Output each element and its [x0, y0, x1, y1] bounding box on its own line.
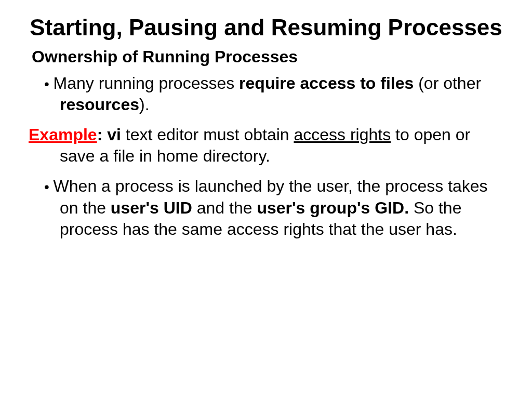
text-segment: and the	[192, 198, 257, 217]
text-segment: text editor must obtain	[121, 125, 294, 144]
text-bold: : vi	[97, 125, 121, 144]
text-segment: ).	[139, 95, 150, 114]
bullet-uid-gid: When a process is launched by the user, …	[29, 176, 503, 241]
text-bold: user's group's GID.	[257, 198, 409, 217]
slide-title: Starting, Pausing and Resuming Processes	[29, 15, 503, 41]
section-heading: Ownership of Running Processes	[29, 47, 503, 66]
text-bold: resources	[60, 95, 139, 114]
bullet-access-files: Many running processes require access to…	[29, 73, 503, 116]
text-bold: require access to files	[239, 74, 414, 92]
text-segment: (or other	[414, 74, 481, 92]
example-label: Example	[29, 125, 97, 144]
text-segment: Many running processes	[54, 74, 240, 92]
example-line: Example: vi text editor must obtain acce…	[29, 124, 503, 167]
text-underline: access rights	[294, 125, 391, 144]
text-bold: user's UID	[111, 198, 192, 217]
